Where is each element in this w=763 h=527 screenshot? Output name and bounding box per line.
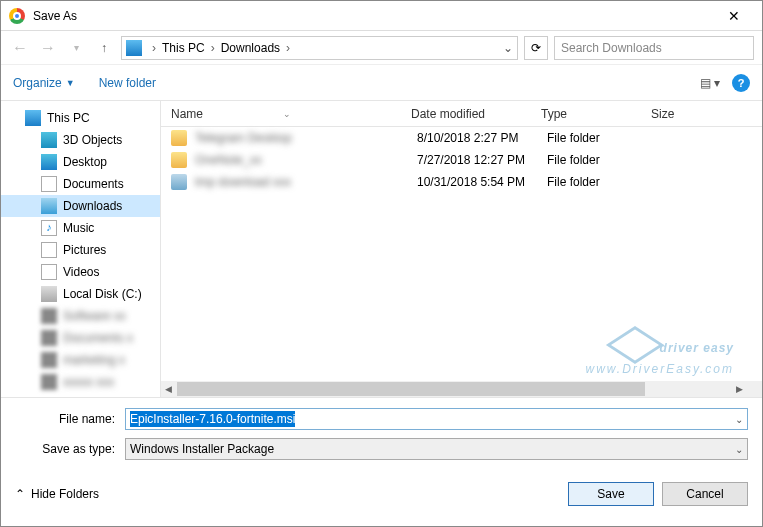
disk-icon (41, 286, 57, 302)
chevron-up-icon: ⌃ (15, 487, 25, 501)
filename-input[interactable]: EpicInstaller-7.16.0-fortnite.msi ⌄ (125, 408, 748, 430)
savetype-select[interactable]: Windows Installer Package ⌄ (125, 438, 748, 460)
refresh-icon[interactable]: ⟳ (524, 36, 548, 60)
sort-indicator-icon: ⌄ (283, 109, 291, 119)
file-name-redacted: tmp download xxx (195, 175, 417, 189)
file-row[interactable]: Telegram Desktop 8/10/2018 2:27 PM File … (161, 127, 762, 149)
sidebar-item-documents[interactable]: Documents (1, 173, 160, 195)
search-input[interactable]: Search Downloads (554, 36, 754, 60)
forward-arrow-icon: → (37, 37, 59, 59)
pc-icon (25, 110, 41, 126)
nav-bar: ← → ▾ ↑ › This PC › Downloads › ⌄ ⟳ Sear… (1, 31, 762, 65)
desktop-icon (41, 154, 57, 170)
savetype-value: Windows Installer Package (130, 442, 274, 456)
organize-menu[interactable]: Organize ▼ (13, 76, 75, 90)
recent-dropdown-icon[interactable]: ▾ (65, 37, 87, 59)
toolbar: Organize ▼ New folder ▤ ▾ ? (1, 65, 762, 101)
view-options-icon[interactable]: ▤ ▾ (700, 76, 720, 90)
cube-icon (41, 132, 57, 148)
breadcrumb-folder[interactable]: Downloads (221, 41, 280, 55)
sidebar-item-this-pc[interactable]: This PC (1, 107, 160, 129)
search-placeholder: Search Downloads (561, 41, 662, 55)
form-area: File name: EpicInstaller-7.16.0-fortnite… (1, 397, 762, 476)
chevron-down-icon[interactable]: ⌄ (735, 414, 743, 425)
scroll-left-icon[interactable]: ◀ (161, 384, 175, 394)
chevron-right-icon[interactable]: › (207, 41, 219, 55)
sidebar-item-3d-objects[interactable]: 3D Objects (1, 129, 160, 151)
video-icon (41, 264, 57, 280)
chevron-right-icon[interactable]: › (282, 41, 294, 55)
footer: ⌃ Hide Folders Save Cancel (1, 476, 762, 516)
chrome-icon (9, 8, 25, 24)
folder-icon (171, 174, 187, 190)
horizontal-scrollbar[interactable]: ◀ ▶ (161, 381, 746, 397)
save-button[interactable]: Save (568, 482, 654, 506)
blur-icon (41, 308, 57, 324)
file-name-redacted: OneNote_xx (195, 153, 417, 167)
breadcrumb[interactable]: › This PC › Downloads › ⌄ (121, 36, 518, 60)
music-icon (41, 220, 57, 236)
blur-icon (41, 352, 57, 368)
sidebar-item-desktop[interactable]: Desktop (1, 151, 160, 173)
title-bar: Save As ✕ (1, 1, 762, 31)
column-headers: Name⌄ Date modified Type Size (161, 101, 762, 127)
sidebar-item-local-disk[interactable]: Local Disk (C:) (1, 283, 160, 305)
sidebar-item-pictures[interactable]: Pictures (1, 239, 160, 261)
filename-value[interactable]: EpicInstaller-7.16.0-fortnite.msi (130, 411, 295, 427)
file-list: Name⌄ Date modified Type Size Telegram D… (161, 101, 762, 397)
sidebar-item-redacted[interactable]: xxxxx xxx (1, 371, 160, 393)
download-icon (41, 198, 57, 214)
picture-icon (41, 242, 57, 258)
sidebar-item-downloads[interactable]: Downloads (1, 195, 160, 217)
up-arrow-icon[interactable]: ↑ (93, 37, 115, 59)
sidebar-item-redacted[interactable]: marketing x (1, 349, 160, 371)
sidebar-item-redacted[interactable]: Documents x (1, 327, 160, 349)
column-size[interactable]: Size (651, 107, 711, 121)
savetype-label: Save as type: (15, 442, 125, 456)
sidebar-item-videos[interactable]: Videos (1, 261, 160, 283)
blur-icon (41, 330, 57, 346)
scrollbar-thumb[interactable] (177, 382, 645, 396)
folder-icon (171, 130, 187, 146)
column-type[interactable]: Type (541, 107, 651, 121)
blur-icon (41, 374, 57, 390)
sidebar-item-music[interactable]: Music (1, 217, 160, 239)
chevron-down-icon[interactable]: ⌄ (735, 444, 743, 455)
folder-icon (171, 152, 187, 168)
breadcrumb-root[interactable]: This PC (162, 41, 205, 55)
breadcrumb-dropdown-icon[interactable]: ⌄ (503, 41, 513, 55)
file-name-redacted: Telegram Desktop (195, 131, 417, 145)
file-row[interactable]: OneNote_xx 7/27/2018 12:27 PM File folde… (161, 149, 762, 171)
column-date[interactable]: Date modified (411, 107, 541, 121)
document-icon (41, 176, 57, 192)
sidebar-scroll-indicator (746, 381, 762, 397)
sidebar: This PC 3D Objects Desktop Documents Dow… (1, 101, 161, 397)
file-row[interactable]: tmp download xxx 10/31/2018 5:54 PM File… (161, 171, 762, 193)
window-title: Save As (33, 9, 714, 23)
sidebar-item-redacted[interactable]: Software xx (1, 305, 160, 327)
chevron-down-icon: ▼ (66, 78, 75, 88)
close-icon[interactable]: ✕ (714, 8, 754, 24)
help-icon[interactable]: ? (732, 74, 750, 92)
back-arrow-icon[interactable]: ← (9, 37, 31, 59)
column-name[interactable]: Name⌄ (161, 107, 411, 121)
down-arrow-drive-icon (126, 40, 142, 56)
filename-label: File name: (15, 412, 125, 426)
chevron-right-icon[interactable]: › (148, 41, 160, 55)
new-folder-button[interactable]: New folder (99, 76, 156, 90)
hide-folders-toggle[interactable]: ⌃ Hide Folders (15, 487, 99, 501)
scroll-right-icon[interactable]: ▶ (732, 384, 746, 394)
cancel-button[interactable]: Cancel (662, 482, 748, 506)
